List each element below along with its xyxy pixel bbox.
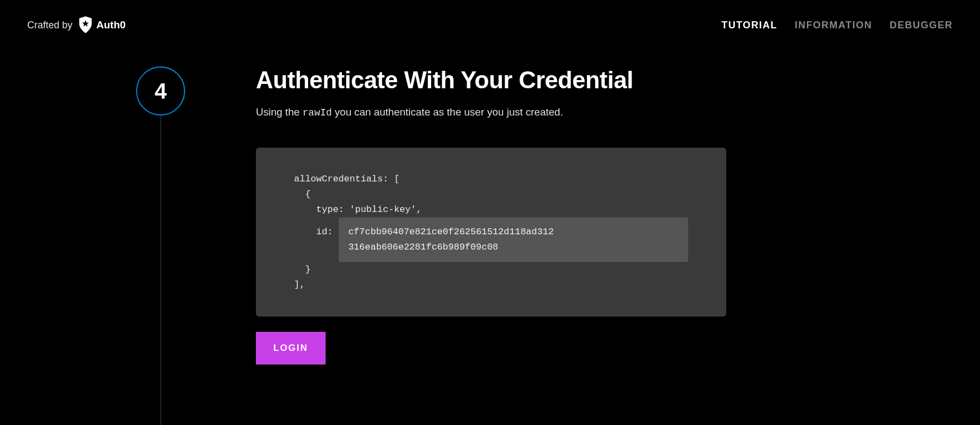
main-column: Authenticate With Your Credential Using … [185,66,735,365]
nav-information[interactable]: INFORMATION [795,20,872,31]
subtitle-post: you can authenticate as the user you jus… [332,106,564,118]
code-id-label: id: [294,217,339,240]
code-line-5: } [294,262,688,277]
page-header: Crafted by Auth0 TUTORIAL INFORMATION DE… [0,0,980,34]
code-line-6: ], [294,277,688,293]
step-number: 4 [155,79,167,104]
step-number-circle: 4 [136,66,185,116]
main-nav: TUTORIAL INFORMATION DEBUGGER [721,20,953,31]
step-vertical-line [161,116,161,425]
code-line-1: allowCredentials: [ [294,172,688,187]
code-line-3: type: 'public-key', [294,202,688,217]
nav-debugger[interactable]: DEBUGGER [890,20,953,31]
brand-name-text: Auth0 [96,19,126,31]
credential-id-box[interactable]: cf7cbb96407e821ce0f262561512d118ad312 31… [339,217,688,262]
credential-id-line-2: 316eab606e2281fc6b989f09c08 [348,240,678,255]
nav-tutorial[interactable]: TUTORIAL [721,20,777,31]
code-block: allowCredentials: [ { type: 'public-key'… [256,148,726,317]
code-line-2: { [294,187,688,202]
crafted-by-text: Crafted by [27,20,72,31]
subtitle: Using the rawId you can authenticate as … [256,105,735,120]
brand-container: Crafted by Auth0 [27,16,126,34]
step-column: 4 [136,66,185,365]
page-title: Authenticate With Your Credential [256,66,735,94]
credential-id-line-1: cf7cbb96407e821ce0f262561512d118ad312 [348,224,678,240]
content-area: 4 Authenticate With Your Credential Usin… [0,34,980,365]
brand-logo[interactable]: Auth0 [78,16,126,34]
code-id-row: id: cf7cbb96407e821ce0f262561512d118ad31… [294,217,688,262]
subtitle-pre: Using the [256,106,303,118]
auth0-shield-icon [78,16,93,34]
subtitle-code: rawId [303,107,332,118]
login-button[interactable]: LOGIN [256,332,326,365]
